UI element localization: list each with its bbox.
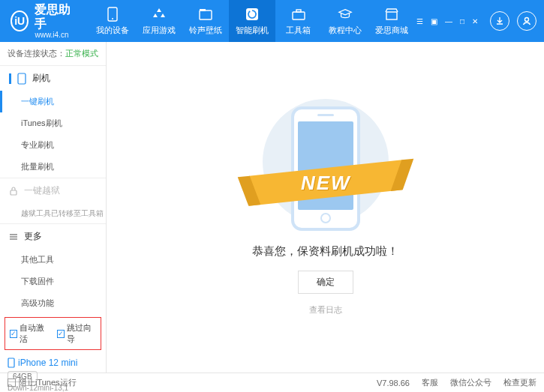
nav-my-device[interactable]: 我的设备 xyxy=(89,0,136,42)
header-right: ☰ ▣ — □ ✕ xyxy=(415,11,536,31)
main-nav: 我的设备 应用游戏 铃声壁纸 智能刷机 工具箱 教程中心 爱思商城 xyxy=(89,0,415,42)
nav-label: 应用游戏 xyxy=(143,25,176,36)
main-content: NEW 恭喜您，保资料刷机成功啦！ 确定 查看日志 xyxy=(107,42,544,373)
checkbox-icon: ✓ xyxy=(57,330,65,338)
update-link[interactable]: 检查更新 xyxy=(503,377,536,388)
close-button[interactable]: ✕ xyxy=(470,17,479,25)
app-header: iU 爱思助手 www.i4.cn 我的设备 应用游戏 铃声壁纸 智能刷机 工具… xyxy=(0,0,544,42)
folder-icon xyxy=(198,7,213,22)
svg-rect-10 xyxy=(11,190,17,195)
window-controls: ☰ ▣ — □ ✕ xyxy=(415,17,479,25)
nav-flash[interactable]: 智能刷机 xyxy=(229,0,275,42)
nav-label: 工具箱 xyxy=(286,25,311,36)
svg-point-8 xyxy=(525,18,529,22)
phone-icon xyxy=(105,7,120,22)
app-title: 爱思助手 xyxy=(35,2,76,31)
svg-point-1 xyxy=(112,18,113,19)
checkbox-icon xyxy=(8,379,16,387)
svg-rect-9 xyxy=(18,73,26,84)
svg-rect-2 xyxy=(200,10,212,19)
phone-icon xyxy=(17,73,26,85)
sidebar-jailbreak-note: 越狱工具已转移至工具箱 xyxy=(21,203,106,223)
svg-rect-3 xyxy=(200,9,206,11)
nav-label: 智能刷机 xyxy=(236,25,269,36)
nav-label: 爱思商城 xyxy=(375,25,408,36)
logo-icon: iU xyxy=(11,10,29,31)
svg-rect-5 xyxy=(293,12,305,19)
graduation-icon xyxy=(338,7,353,22)
sidebar-item-pro-flash[interactable]: 专业刷机 xyxy=(21,134,106,156)
maximize-button[interactable]: □ xyxy=(458,17,466,25)
ok-button[interactable]: 确定 xyxy=(298,271,353,294)
sidebar-section-flash[interactable]: 刷机 xyxy=(0,66,106,91)
store-icon xyxy=(384,7,399,22)
user-button[interactable] xyxy=(517,11,536,31)
nav-tutorials[interactable]: 教程中心 xyxy=(322,0,368,42)
user-icon xyxy=(521,16,532,26)
sidebar: 设备连接状态：正常模式 刷机 一键刷机 iTunes刷机 专业刷机 批量刷机 一… xyxy=(0,42,107,373)
apps-icon xyxy=(152,7,167,22)
lock-icon xyxy=(9,186,18,196)
version-label: V7.98.66 xyxy=(377,379,410,388)
success-message: 恭喜您，保资料刷机成功啦！ xyxy=(252,244,398,259)
nav-store[interactable]: 爱思商城 xyxy=(368,0,415,42)
sidebar-item-advanced[interactable]: 高级功能 xyxy=(21,292,106,314)
sidebar-section-more[interactable]: 更多 xyxy=(0,224,106,249)
sidebar-section-jailbreak[interactable]: 一键越狱 xyxy=(0,178,106,203)
checkbox-icon: ✓ xyxy=(10,330,17,338)
sidebar-item-batch-flash[interactable]: 批量刷机 xyxy=(21,156,106,178)
svg-rect-11 xyxy=(8,358,14,367)
device-name: iPhone 12 mini xyxy=(18,358,77,368)
nav-label: 铃声壁纸 xyxy=(189,25,222,36)
nav-ringtones[interactable]: 铃声壁纸 xyxy=(182,0,229,42)
svg-rect-6 xyxy=(296,10,301,12)
more-icon xyxy=(9,232,18,241)
checkbox-auto-activate[interactable]: ✓ 自动激活 xyxy=(10,322,50,345)
app-url: www.i4.cn xyxy=(35,31,76,40)
logo: iU 爱思助手 www.i4.cn xyxy=(11,2,76,40)
sidebar-item-download-fw[interactable]: 下载固件 xyxy=(21,271,106,292)
checkbox-skip-guide[interactable]: ✓ 跳过向导 xyxy=(57,322,97,345)
nav-toolbox[interactable]: 工具箱 xyxy=(275,0,322,42)
nav-apps[interactable]: 应用游戏 xyxy=(136,0,182,42)
ribbon-text: NEW xyxy=(300,172,350,195)
view-log-link[interactable]: 查看日志 xyxy=(309,304,342,316)
menu-icon[interactable]: ☰ xyxy=(415,17,425,25)
toolbox-icon xyxy=(291,7,306,22)
download-icon xyxy=(494,16,505,26)
service-link[interactable]: 客服 xyxy=(422,377,438,388)
minimize-button[interactable]: — xyxy=(443,17,454,25)
skin-icon[interactable]: ▣ xyxy=(429,17,439,25)
wechat-link[interactable]: 微信公众号 xyxy=(450,377,491,388)
checkbox-block-itunes[interactable]: 阻止iTunes运行 xyxy=(8,377,77,388)
download-button[interactable] xyxy=(490,11,509,31)
flash-options: ✓ 自动激活 ✓ 跳过向导 xyxy=(5,317,101,350)
phone-icon xyxy=(8,358,15,368)
sidebar-item-other-tools[interactable]: 其他工具 xyxy=(21,249,106,271)
nav-label: 我的设备 xyxy=(96,25,129,36)
success-illustration: NEW xyxy=(258,99,393,225)
sidebar-item-itunes-flash[interactable]: iTunes刷机 xyxy=(21,112,106,134)
sidebar-item-oneclick-flash[interactable]: 一键刷机 xyxy=(21,91,106,112)
refresh-icon xyxy=(245,7,260,22)
nav-label: 教程中心 xyxy=(329,25,362,36)
connection-status: 设备连接状态：正常模式 xyxy=(0,42,106,65)
svg-rect-7 xyxy=(386,12,397,19)
